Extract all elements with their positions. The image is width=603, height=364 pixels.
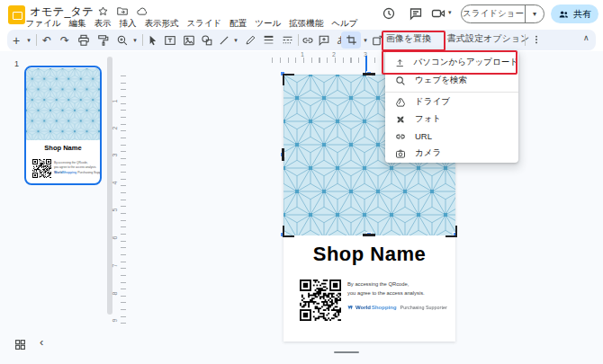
menu-slide[interactable]: スライド (183, 17, 226, 31)
shop-name-text[interactable]: Shop Name (284, 243, 455, 266)
search-icon (395, 75, 406, 86)
ruler-label: 2 (112, 127, 118, 130)
qr-code-image[interactable] (300, 280, 341, 321)
zoom-caret-icon[interactable]: ▾ (130, 32, 140, 48)
speaker-notes-divider[interactable] (334, 351, 359, 353)
version-history-icon[interactable] (382, 6, 396, 21)
crop-corner-handle[interactable] (283, 74, 294, 85)
menu-tools[interactable]: ツール (251, 17, 285, 31)
slideshow-button[interactable]: スライドショー ▾ (461, 4, 544, 23)
drive-icon (395, 97, 406, 108)
menu-file[interactable]: ファイル (22, 17, 65, 31)
insert-image-icon[interactable] (182, 32, 196, 48)
insert-line-icon[interactable] (218, 32, 230, 48)
menu-item-label: ドライブ (415, 96, 450, 108)
ruler-label: 7 (112, 264, 118, 268)
menu-item-url[interactable]: URL (385, 128, 518, 145)
thumbnail-qr-text: you agree to the access analysis. (54, 165, 96, 169)
thumbnail-qr-text: By accessing the QRcode, (54, 161, 88, 164)
menu-extensions[interactable]: 拡張機能 (285, 17, 328, 31)
cloud-saved-icon[interactable] (136, 5, 148, 17)
collapse-toolbar-icon[interactable]: ∧ (583, 33, 590, 42)
zoom-icon[interactable] (115, 32, 130, 48)
select-tool-icon[interactable] (145, 32, 159, 48)
replace-image-dropdown: パソコンからアップロード ウェブを検索 ドライブ フォト URL カメラ (385, 51, 518, 163)
undo-button[interactable]: ↶ (40, 32, 54, 48)
share-label: 共有 (573, 8, 591, 21)
thumbnail-shop-name: Shop Name (26, 144, 100, 152)
grid-view-icon[interactable] (14, 339, 26, 351)
crop-edge-handle[interactable] (363, 73, 375, 75)
border-dash-icon[interactable] (280, 32, 294, 48)
move-folder-icon[interactable] (116, 5, 129, 17)
thumbnail-pattern (26, 68, 100, 140)
menu-insert[interactable]: 挿入 (115, 17, 140, 31)
textbox-tool-icon[interactable] (163, 32, 177, 48)
horizontal-ruler (272, 58, 386, 63)
people-icon (558, 9, 570, 20)
redo-button[interactable]: ↷ (58, 32, 72, 48)
replace-image-button[interactable]: 画像を置換 (386, 32, 431, 45)
ruler-label: 5 (112, 209, 118, 212)
new-slide-button[interactable]: + (10, 32, 22, 48)
menu-item-label: パソコンからアップロード (414, 57, 518, 68)
slideshow-caret-icon[interactable]: ▾ (526, 10, 544, 18)
menu-view[interactable]: 表示 (90, 17, 115, 31)
crop-corner-handle[interactable] (283, 226, 294, 237)
crop-caret-icon[interactable]: ▾ (361, 32, 370, 48)
menu-item-drive[interactable]: ドライブ (385, 93, 518, 111)
vertical-ruler (121, 75, 126, 325)
worldshopping-brand: WorldShopping Purchasing Supporter (347, 304, 447, 311)
collapse-filmstrip-icon[interactable]: ‹ (40, 335, 43, 349)
ruler-label: 4 (112, 182, 118, 185)
crop-edge-handle[interactable] (282, 148, 284, 161)
crop-corner-handle[interactable] (446, 226, 457, 237)
menu-item-upload-from-computer[interactable]: パソコンからアップロード (385, 54, 518, 71)
print-icon[interactable] (76, 32, 91, 48)
menubar: ファイル 編集 表示 挿入 表示形式 スライド 配置 ツール 拡張機能 ヘルプ (22, 17, 362, 31)
upload-icon (395, 58, 405, 68)
paint-format-icon[interactable] (96, 32, 111, 48)
line-caret-icon[interactable]: ▾ (231, 32, 240, 48)
new-slide-caret-icon[interactable]: ▾ (24, 32, 33, 48)
photos-icon (395, 114, 406, 125)
ruler-label: 2 (332, 51, 336, 58)
google-slides-window: オモテ_タテ ファイル 編集 表示 挿入 表示形式 スライド 配置 ツール 拡張… (0, 0, 603, 364)
slide-thumbnail[interactable]: Shop Name By accessing the QRcode, you a… (24, 66, 102, 185)
star-icon[interactable] (97, 5, 109, 17)
border-weight-icon[interactable] (261, 32, 275, 48)
toolbar-overflow-icon[interactable] (531, 31, 542, 47)
comments-icon[interactable] (409, 6, 423, 21)
ruler-label: 8 (112, 292, 118, 296)
ruler-label: 9 (112, 319, 118, 323)
share-button[interactable]: 共有 (551, 4, 598, 23)
crop-edge-handle[interactable] (363, 234, 375, 236)
menu-item-photos[interactable]: フォト (385, 111, 518, 128)
worldshopping-logo-icon (347, 304, 355, 311)
menu-item-label: カメラ (415, 147, 441, 159)
pen-tool-icon[interactable] (243, 32, 257, 48)
qr-text-line1: By accessing the QRcode, (347, 281, 409, 287)
link-icon (395, 131, 406, 142)
ruler-label: 3 (112, 154, 118, 157)
menu-divider (385, 92, 518, 93)
crop-tool-icon[interactable] (344, 32, 358, 48)
thumbnail-qr-code (32, 159, 51, 178)
menu-arrange[interactable]: 配置 (226, 17, 251, 31)
menu-item-camera[interactable]: カメラ (385, 145, 518, 162)
meet-icon[interactable] (431, 6, 446, 21)
replace-image-icon[interactable] (371, 32, 385, 48)
menu-edit[interactable]: 編集 (65, 17, 90, 31)
format-options-button[interactable]: 書式設定オプション (447, 32, 529, 45)
insert-link-icon[interactable] (301, 32, 315, 48)
menu-help[interactable]: ヘルプ (328, 17, 362, 31)
add-comment-icon[interactable] (317, 32, 331, 48)
menu-item-label: フォト (415, 113, 441, 125)
ruler-label: 1 (301, 51, 304, 58)
camera-icon (395, 148, 406, 159)
meet-caret-icon[interactable]: ▾ (448, 9, 452, 16)
menu-format[interactable]: 表示形式 (140, 17, 183, 31)
insert-shape-icon[interactable] (200, 32, 214, 48)
menu-item-search-web[interactable]: ウェブを検索 (385, 72, 518, 89)
filmstrip-scrollbar[interactable] (107, 57, 112, 315)
